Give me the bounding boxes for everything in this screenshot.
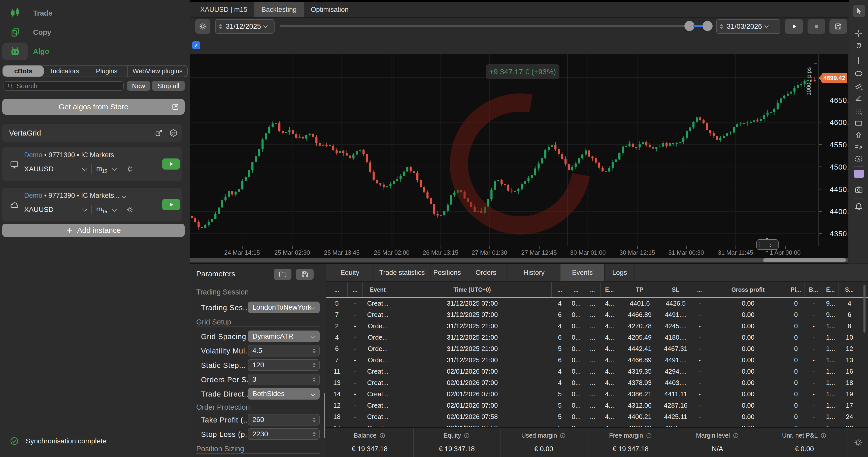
algo-card-vertagrid[interactable]: VertaGrid C# [2, 124, 182, 142]
sidebar-tab-cbots[interactable]: cBots [3, 65, 44, 77]
tab-xauusd-m15[interactable]: XAUUSD | m15 [193, 2, 254, 17]
info-icon[interactable] [733, 432, 739, 439]
column-header[interactable]: S... [839, 282, 860, 297]
info-icon[interactable] [463, 432, 470, 439]
column-header[interactable]: ... [552, 282, 568, 297]
tab-trade-statistics[interactable]: Trade statistics [374, 264, 431, 281]
time-axis[interactable]: 24 Mar 14:1525 Mar 02:3025 Mar 13:4526 M… [190, 246, 848, 257]
stop-backtest-button[interactable] [808, 19, 825, 34]
param-input-volatility-mul[interactable]: 4.5 [248, 345, 320, 357]
table-row[interactable]: 7-Orde...31/12/2025 21:0060......4...446… [326, 355, 868, 366]
instance-settings-icon[interactable] [126, 206, 133, 213]
sidebar-item-algo[interactable]: Algo [0, 42, 189, 60]
period-slider-handle-right[interactable] [703, 21, 713, 31]
param-stepper[interactable] [313, 377, 316, 382]
table-row[interactable]: 2-Orde...31/12/2025 21:0040......4...427… [326, 321, 868, 332]
tab-equity[interactable]: Equity [326, 264, 374, 281]
visual-mode-checkbox[interactable]: ✓ [192, 41, 200, 50]
table-row[interactable]: 13-Creat...02/01/2026 07:0040......4...4… [326, 377, 868, 389]
get-algos-from-store-button[interactable]: Get algos from Store [2, 99, 185, 115]
play-backtest-button[interactable] [785, 19, 803, 34]
backtest-settings-button[interactable] [195, 19, 210, 34]
column-header[interactable]: ... [584, 282, 601, 297]
price-note-icon[interactable] [854, 143, 863, 152]
start-instance-button[interactable] [162, 158, 180, 170]
trend-angle-icon[interactable] [854, 93, 863, 102]
add-instance-button[interactable]: Add instance [2, 224, 185, 237]
info-icon[interactable] [559, 432, 566, 439]
fibonacci-grid-icon[interactable]: F [854, 106, 863, 116]
rectangle-icon[interactable] [854, 119, 863, 128]
sidebar-item-copy[interactable]: Copy [0, 23, 189, 41]
tab-backtesting[interactable]: Backtesting [254, 2, 304, 17]
color-swatch[interactable] [854, 170, 864, 178]
table-row[interactable]: 18-Creat...02/01/2026 07:5850......4...4… [326, 411, 868, 423]
param-stepper[interactable] [313, 363, 316, 368]
parameters-scrollbar-thumb[interactable] [324, 393, 325, 438]
table-row[interactable]: 7-Creat...31/12/2025 07:0060......4...44… [326, 309, 868, 321]
symbol-select[interactable]: XAUUSD [24, 165, 87, 173]
param-input-take-profit[interactable]: 260 [248, 414, 320, 426]
chevron-down-icon[interactable] [122, 194, 126, 199]
column-header[interactable]: Event [363, 282, 393, 297]
save-report-button[interactable] [830, 19, 847, 34]
period-slider-track[interactable] [280, 25, 684, 27]
bell-icon[interactable] [854, 202, 863, 211]
end-date-picker[interactable]: 31/03/2026 [716, 19, 780, 34]
column-header[interactable]: ... [568, 282, 584, 297]
new-button[interactable]: New [127, 81, 150, 91]
param-stepper[interactable] [313, 348, 316, 353]
settings-gear-icon[interactable] [853, 437, 863, 448]
param-select-grid-spacing[interactable]: DynamicATR [248, 331, 320, 342]
date-stepper[interactable] [219, 24, 222, 29]
param-select-trade-direct[interactable]: BothSides [248, 388, 320, 400]
ellipse-icon[interactable] [854, 69, 863, 78]
magnet-icon[interactable] [854, 42, 863, 51]
column-header[interactable]: TP [618, 282, 661, 297]
tab-logs[interactable]: Logs [605, 264, 635, 281]
column-header[interactable]: E... [601, 282, 618, 297]
column-header[interactable]: Time (UTC+0) [393, 282, 552, 297]
param-input-stop-loss-p[interactable]: 2230 [248, 428, 320, 440]
text-box-icon[interactable]: A [854, 154, 863, 163]
events-scrollbar-thumb[interactable] [864, 285, 866, 333]
instance-card-1[interactable]: Demo • 9771390 • IC MarketsXAUUSDm15 [2, 147, 182, 181]
column-header[interactable]: SL [661, 282, 690, 297]
arrow-up-icon[interactable] [854, 131, 863, 140]
search-box[interactable] [3, 81, 124, 91]
symbol-select[interactable]: XAUUSD [24, 206, 87, 214]
load-parameters-button[interactable] [274, 269, 291, 280]
chart-scrollbar[interactable] [190, 258, 848, 263]
stop-all-button[interactable]: Stop all [152, 81, 185, 91]
timeframe-select[interactable]: m15 [96, 205, 116, 214]
instance-card-2[interactable]: Demo • 9771390 • IC Markets...XAUUSDm15 [2, 188, 182, 221]
table-row[interactable]: 4-Orde...31/12/2025 21:0060......4...420… [326, 332, 868, 343]
column-header[interactable]: ... [326, 282, 348, 297]
share-icon[interactable] [154, 129, 163, 137]
param-select-trading-ses[interactable]: LondonToNewYork [248, 302, 320, 313]
chart-scrollbar-thumb[interactable] [763, 258, 846, 262]
save-parameters-button[interactable] [296, 269, 314, 280]
info-icon[interactable] [379, 432, 385, 439]
param-stepper[interactable] [313, 418, 316, 422]
sidebar-tab-indicators[interactable]: Indicators [44, 65, 85, 77]
csharp-source-icon[interactable]: C# [169, 129, 178, 137]
column-header[interactable]: Pi... [787, 282, 805, 297]
search-input[interactable] [16, 82, 120, 90]
param-input-orders-per-s[interactable]: 3 [248, 374, 320, 385]
start-instance-button[interactable] [162, 199, 180, 210]
timeframe-select[interactable]: m15 [96, 164, 116, 174]
table-row[interactable]: 11-Creat...02/01/2026 07:0040......4...4… [326, 366, 868, 377]
column-header[interactable]: Gross profit [709, 282, 787, 297]
tab-optimisation[interactable]: Optimisation [304, 2, 356, 17]
sidebar-tab-webview-plugins[interactable]: WebView plugins [127, 65, 187, 77]
cursor-icon[interactable] [854, 6, 863, 16]
tab-orders[interactable]: Orders [464, 264, 508, 281]
equidistant-channel-icon[interactable]: E [854, 81, 863, 90]
tab-history[interactable]: History [508, 264, 560, 281]
table-row[interactable]: 6-Orde...31/12/2025 21:0050......4...444… [326, 343, 868, 355]
param-input-static-step[interactable]: 120 [248, 359, 320, 371]
tab-events[interactable]: Events [560, 264, 605, 281]
tab-positions[interactable]: Positions [431, 264, 464, 281]
table-row[interactable]: 5-Creat...31/12/2025 07:0040......4...44… [326, 298, 868, 309]
